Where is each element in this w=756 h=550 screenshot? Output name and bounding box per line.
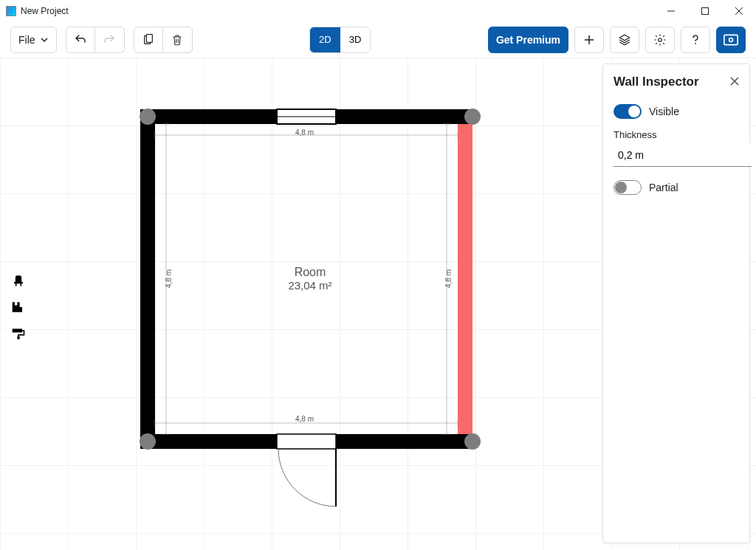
- window-titlebar: New Project: [0, 0, 756, 22]
- paint-roller-icon: [11, 327, 26, 340]
- svg-rect-7: [13, 329, 22, 332]
- get-premium-button[interactable]: Get Premium: [488, 27, 568, 53]
- furniture-tool[interactable]: [7, 272, 30, 289]
- chevron-down-icon: [40, 35, 49, 44]
- view-3d-button[interactable]: 3D: [340, 27, 371, 52]
- partial-label: Partial: [649, 182, 678, 193]
- corner-node[interactable]: [140, 433, 156, 450]
- chair-icon: [11, 274, 26, 287]
- window-controls: [654, 0, 756, 22]
- undo-icon: [74, 33, 87, 47]
- window-close-button[interactable]: [722, 0, 756, 22]
- paint-tool[interactable]: [7, 326, 30, 342]
- view-2d-button[interactable]: 2D: [310, 27, 340, 52]
- wall-icon: [11, 300, 26, 314]
- room-label[interactable]: Room 23,04 m²: [133, 266, 487, 292]
- settings-button[interactable]: [645, 27, 675, 53]
- svg-rect-2: [146, 34, 152, 42]
- wall-top-right[interactable]: [336, 109, 472, 124]
- file-menu-button[interactable]: File: [10, 27, 57, 53]
- wall-top-left[interactable]: [140, 109, 277, 124]
- layers-button[interactable]: [610, 27, 639, 53]
- thickness-label: Thickness: [614, 129, 739, 140]
- app-icon: [6, 6, 16, 16]
- dimension-top: 4,8 m: [295, 128, 314, 137]
- help-button[interactable]: [681, 27, 710, 53]
- corner-node[interactable]: [464, 433, 481, 450]
- floor-plan[interactable]: 4,8 m 4,8 m 4,8 m 4,8 m Room 23,04 m²: [133, 102, 487, 456]
- undo-button[interactable]: [66, 27, 95, 53]
- svg-rect-0: [702, 8, 709, 15]
- view-mode-segment: 2D 3D: [309, 27, 371, 53]
- redo-button[interactable]: [95, 27, 125, 53]
- corner-node[interactable]: [140, 109, 156, 125]
- file-menu-label: File: [18, 34, 35, 46]
- main-toolbar: File 2D 3D Get Premium: [0, 22, 756, 58]
- svg-rect-8: [17, 336, 19, 339]
- copy-icon: [142, 34, 154, 46]
- room-area: 23,04 m²: [133, 279, 487, 292]
- trash-icon: [171, 34, 183, 46]
- delete-button[interactable]: [163, 27, 193, 53]
- door-swing: [278, 449, 336, 506]
- wall-bottom-left[interactable]: [140, 434, 277, 449]
- inspector-close-button[interactable]: [730, 76, 739, 88]
- gear-icon: [653, 33, 667, 47]
- close-icon: [730, 77, 739, 86]
- window-minimize-button[interactable]: [654, 0, 688, 22]
- question-icon: [689, 33, 702, 47]
- tool-palette: [7, 268, 30, 346]
- redo-icon: [103, 33, 116, 47]
- dimension-bottom: 4,8 m: [295, 415, 314, 423]
- plan-svg: [133, 102, 487, 550]
- inspector-title: Wall Inspector: [614, 75, 699, 89]
- layers-icon: [618, 33, 631, 47]
- thickness-input[interactable]: [614, 143, 752, 167]
- svg-rect-5: [724, 35, 738, 44]
- door-opening[interactable]: [277, 434, 336, 449]
- visible-label: Visible: [649, 106, 679, 117]
- window-maximize-button[interactable]: [688, 0, 722, 22]
- screenshot-icon: [724, 34, 738, 46]
- canvas-workspace[interactable]: 4,8 m 4,8 m 4,8 m 4,8 m Room 23,04 m² Wa…: [0, 58, 756, 550]
- wall-bottom-right[interactable]: [336, 434, 472, 449]
- add-button[interactable]: [574, 27, 604, 53]
- visible-toggle[interactable]: [614, 104, 642, 119]
- svg-point-6: [729, 38, 733, 41]
- copy-button[interactable]: [134, 27, 163, 53]
- room-name: Room: [133, 266, 487, 279]
- screenshot-button[interactable]: [716, 27, 746, 53]
- window-title: New Project: [21, 6, 69, 16]
- plus-icon: [583, 33, 596, 47]
- svg-point-4: [695, 42, 696, 44]
- wall-inspector-panel: Wall Inspector Visible Thickness Partial: [602, 63, 750, 543]
- wall-tool[interactable]: [7, 299, 30, 315]
- svg-point-3: [659, 38, 662, 41]
- partial-toggle[interactable]: [614, 180, 642, 195]
- corner-node[interactable]: [464, 109, 481, 125]
